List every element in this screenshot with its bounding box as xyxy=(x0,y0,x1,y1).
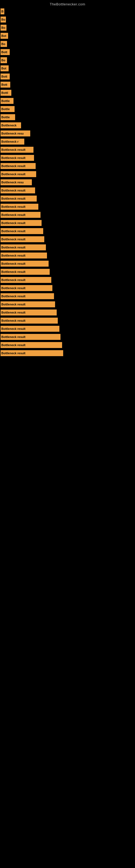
bar-label: Bottleneck result xyxy=(1,310,57,315)
bar-row: Bottleneck result xyxy=(1,194,135,203)
bar-row: Bottleneck resu xyxy=(1,178,135,186)
bar-label: Bo xyxy=(1,17,6,23)
bar-label: Bottleneck result xyxy=(1,155,34,161)
bar-row: Bottle xyxy=(1,113,135,121)
bar-row: Bottleneck result xyxy=(1,170,135,178)
bar-label: Bott xyxy=(1,73,10,80)
bar-label: Bot xyxy=(1,65,9,71)
bar-row: Bottleneck result xyxy=(1,300,135,308)
bar-row: Bottle xyxy=(1,105,135,113)
bar-row: Bottleneck result xyxy=(1,341,135,349)
bar-label: Bottleneck result xyxy=(1,195,37,202)
bar-row: Bottleneck result xyxy=(1,259,135,268)
bar-row: Bottleneck xyxy=(1,121,135,129)
bar-label: Bottleneck result xyxy=(1,277,51,283)
bar-label: Bottleneck result xyxy=(1,342,62,348)
bar-label: Bottleneck resu xyxy=(1,130,30,136)
bar-label: Bottleneck result xyxy=(1,244,46,250)
bar-row: Bottle xyxy=(1,97,135,105)
bar-row: Bottleneck r xyxy=(1,137,135,146)
bar-row: Bottleneck result xyxy=(1,349,135,357)
bar-row: Bo xyxy=(1,56,135,64)
bar-row: Bottleneck resu xyxy=(1,129,135,137)
bar-row: Bottleneck result xyxy=(1,146,135,154)
bar-row: Bottleneck result xyxy=(1,219,135,227)
bar-label: Bo xyxy=(1,57,7,63)
bar-row: Bott xyxy=(1,81,135,89)
bar-label: Bottleneck result xyxy=(1,228,43,234)
bar-row: Bot xyxy=(1,32,135,40)
bar-label: Bot xyxy=(1,33,8,39)
bar-label: Bottleneck result xyxy=(1,220,42,226)
bar-row: Bottleneck result xyxy=(1,243,135,251)
bar-row: Bottleneck result xyxy=(1,325,135,333)
bar-label: Bo xyxy=(1,25,6,31)
bar-label: Bottleneck result xyxy=(1,163,36,169)
bar-row: Bottleneck result xyxy=(1,292,135,300)
bar-row: Bottleneck result xyxy=(1,308,135,316)
bar-row: B xyxy=(1,7,135,16)
bar-label: Bottleneck result xyxy=(1,204,38,210)
bar-row: Bo xyxy=(1,40,135,48)
bar-row: Bott xyxy=(1,48,135,56)
bar-label: Bottleneck result xyxy=(1,236,44,242)
bar-label: Bottleneck result xyxy=(1,261,49,267)
bar-row: Bottleneck result xyxy=(1,333,135,341)
bar-label: Bottleneck result xyxy=(1,334,60,340)
bar-row: Bot xyxy=(1,64,135,72)
bar-row: Bott xyxy=(1,72,135,81)
bar-label: Bottleneck r xyxy=(1,138,24,145)
bar-label: Bottleneck result xyxy=(1,147,34,153)
bar-label: Bottleneck result xyxy=(1,301,55,307)
bar-label: Bottleneck result xyxy=(1,293,54,299)
site-title: TheBottlenecker.com xyxy=(0,0,135,7)
bar-label: Bott xyxy=(1,82,10,88)
bar-label: Bottleneck result xyxy=(1,269,50,275)
bar-row: Bottleneck result xyxy=(1,316,135,325)
bar-label: Bottleneck result xyxy=(1,326,59,332)
bar-label: B xyxy=(1,8,4,14)
bar-label: Bottl xyxy=(1,90,11,96)
bar-row: Bottleneck result xyxy=(1,251,135,259)
bar-label: Bottleneck result xyxy=(1,171,36,177)
bar-label: Bott xyxy=(1,49,10,55)
bar-row: Bo xyxy=(1,16,135,24)
bar-row: Bottleneck result xyxy=(1,162,135,170)
bar-row: Bottleneck result xyxy=(1,227,135,235)
bar-label: Bottleneck result xyxy=(1,187,35,193)
bar-label: Bottleneck result xyxy=(1,285,52,291)
bar-row: Bottleneck result xyxy=(1,154,135,162)
bar-label: Bo xyxy=(1,41,7,47)
bar-row: Bottleneck result xyxy=(1,268,135,276)
bar-label: Bottleneck result xyxy=(1,212,41,218)
bar-label: Bottleneck result xyxy=(1,350,63,356)
bar-row: Bottleneck result xyxy=(1,186,135,194)
bar-row: Bottleneck result xyxy=(1,276,135,284)
bar-row: Bottleneck result xyxy=(1,235,135,243)
bar-label: Bottle xyxy=(1,98,13,104)
bar-row: Bottl xyxy=(1,89,135,97)
bar-label: Bottleneck result xyxy=(1,318,58,323)
bar-row: Bottleneck result xyxy=(1,203,135,211)
bar-label: Bottleneck result xyxy=(1,252,47,258)
bar-label: Bottle xyxy=(1,114,15,120)
bar-label: Bottleneck xyxy=(1,122,21,128)
bar-label: Bottleneck resu xyxy=(1,179,32,185)
bar-row: Bo xyxy=(1,24,135,32)
bar-label: Bottle xyxy=(1,106,14,112)
bar-row: Bottleneck result xyxy=(1,211,135,219)
bars-container: BBoBoBotBoBottBoBotBottBottBottlBottleBo… xyxy=(0,7,135,357)
bar-row: Bottleneck result xyxy=(1,284,135,292)
